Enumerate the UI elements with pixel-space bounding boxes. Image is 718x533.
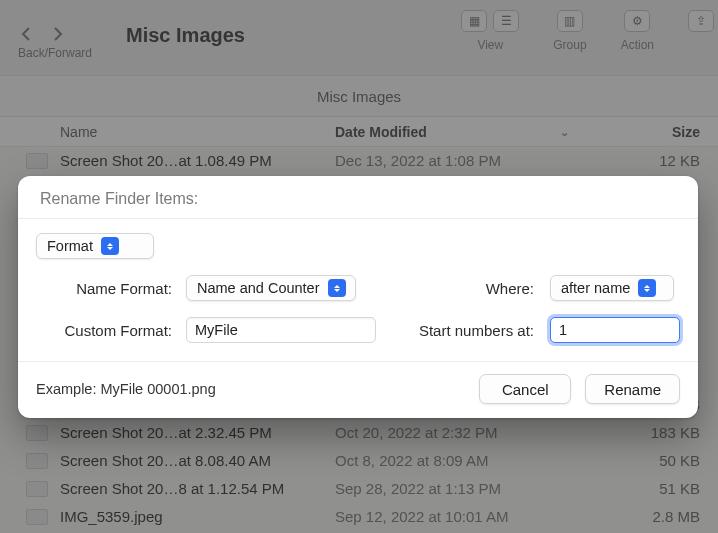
toolbar-group-label: Group	[553, 38, 586, 52]
view-icon-grid[interactable]: ▦	[461, 10, 487, 32]
table-row[interactable]: IMG_5359.jpeg Sep 12, 2022 at 10:01 AM 2…	[0, 503, 718, 531]
tab-misc-images[interactable]: Misc Images	[317, 88, 401, 105]
toolbar-view-label: View	[477, 38, 503, 52]
file-name: Screen Shot 20…8 at 1.12.54 PM	[60, 480, 335, 497]
file-thumbnail-icon	[26, 153, 48, 169]
select-stepper-icon	[638, 279, 656, 297]
file-size: 50 KB	[585, 452, 718, 469]
rename-button[interactable]: Rename	[585, 374, 680, 404]
name-format-value: Name and Counter	[197, 280, 320, 296]
start-numbers-label: Start numbers at:	[386, 322, 540, 339]
file-date: Sep 28, 2022 at 1:13 PM	[335, 480, 585, 497]
file-date: Sep 12, 2022 at 10:01 AM	[335, 508, 585, 525]
select-stepper-icon	[101, 237, 119, 255]
sort-chevron-down-icon: ⌄	[560, 126, 569, 139]
share-icon[interactable]: ⇪	[688, 10, 714, 32]
example-text: Example: MyFile 00001.png	[36, 381, 465, 397]
column-headers: Name Date Modified ⌄ Size	[0, 117, 718, 147]
rename-button-label: Rename	[604, 381, 661, 398]
cancel-button[interactable]: Cancel	[479, 374, 571, 404]
chevron-right-icon	[52, 27, 64, 41]
column-header-date[interactable]: Date Modified ⌄	[335, 124, 585, 140]
cancel-button-label: Cancel	[502, 381, 549, 398]
toolbar-extra-label	[699, 38, 702, 52]
finder-toolbar: Back/Forward Misc Images ▦ ☰ View ▥ Grou…	[0, 0, 718, 75]
example-value: MyFile 00001.png	[100, 381, 215, 397]
nav-back-forward-label: Back/Forward	[18, 46, 92, 66]
file-name: Screen Shot 20…at 2.32.45 PM	[60, 424, 335, 441]
select-stepper-icon	[328, 279, 346, 297]
start-numbers-input[interactable]	[550, 317, 680, 343]
dialog-title: Rename Finder Items:	[36, 190, 680, 218]
rename-mode-value: Format	[47, 238, 93, 254]
file-thumbnail-icon	[26, 509, 48, 525]
custom-format-input[interactable]	[186, 317, 376, 343]
toolbar-extra-group: ⇪	[688, 10, 714, 52]
file-date: Dec 13, 2022 at 1:08 PM	[335, 152, 585, 169]
table-row[interactable]: Screen Shot 20…8 at 1.12.54 PM Sep 28, 2…	[0, 475, 718, 503]
file-name: Screen Shot 20…at 1.08.49 PM	[60, 152, 335, 169]
custom-format-label: Custom Format:	[36, 322, 176, 339]
group-icon[interactable]: ▥	[557, 10, 583, 32]
action-gear-icon[interactable]: ⚙	[624, 10, 650, 32]
toolbar-action-group: ⚙ Action	[621, 10, 654, 52]
file-thumbnail-icon	[26, 481, 48, 497]
window-title: Misc Images	[126, 24, 245, 47]
where-label: Where:	[386, 280, 540, 297]
chevron-left-icon	[20, 27, 32, 41]
file-thumbnail-icon	[26, 425, 48, 441]
rename-dialog: Rename Finder Items: Format Name Format:…	[18, 176, 698, 418]
file-size: 51 KB	[585, 480, 718, 497]
example-prefix: Example:	[36, 381, 100, 397]
file-date: Oct 8, 2022 at 8:09 AM	[335, 452, 585, 469]
where-value: after name	[561, 280, 630, 296]
finder-tabbar[interactable]: Misc Images	[0, 75, 718, 117]
divider	[18, 218, 698, 219]
rename-mode-select[interactable]: Format	[36, 233, 154, 259]
toolbar-action-label: Action	[621, 38, 654, 52]
file-size: 12 KB	[585, 152, 718, 169]
nav-back-button[interactable]	[12, 22, 40, 46]
file-name: Screen Shot 20…at 8.08.40 AM	[60, 452, 335, 469]
nav-forward-button[interactable]	[44, 22, 72, 46]
view-icon-list[interactable]: ☰	[493, 10, 519, 32]
table-row[interactable]: Screen Shot 20…at 2.32.45 PM Oct 20, 202…	[0, 419, 718, 447]
file-size: 183 KB	[585, 424, 718, 441]
name-format-select[interactable]: Name and Counter	[186, 275, 356, 301]
file-size: 2.8 MB	[585, 508, 718, 525]
column-header-date-label: Date Modified	[335, 124, 427, 140]
file-thumbnail-icon	[26, 453, 48, 469]
name-format-label: Name Format:	[36, 280, 176, 297]
toolbar-view-group: ▦ ☰ View	[461, 10, 519, 52]
table-row[interactable]: Screen Shot 20…at 1.08.49 PM Dec 13, 202…	[0, 147, 718, 175]
table-row[interactable]: Screen Shot 20…at 8.08.40 AM Oct 8, 2022…	[0, 447, 718, 475]
file-date: Oct 20, 2022 at 2:32 PM	[335, 424, 585, 441]
file-name: IMG_5359.jpeg	[60, 508, 335, 525]
toolbar-group-group: ▥ Group	[553, 10, 586, 52]
column-header-name[interactable]: Name	[0, 124, 335, 140]
where-select[interactable]: after name	[550, 275, 674, 301]
column-header-size[interactable]: Size	[585, 124, 718, 140]
